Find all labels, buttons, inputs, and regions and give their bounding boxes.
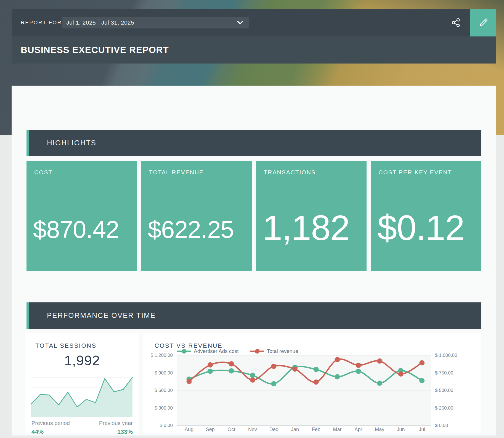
- metric-value: $0.12: [377, 212, 464, 244]
- x-axis-month-label: Feb: [306, 427, 326, 432]
- cost-vs-revenue-panel: COST VS REVENUE Advertiser Ads cost Tota…: [143, 333, 481, 434]
- sessions-sparkline-chart: [25, 377, 139, 417]
- metric-label: TOTAL REVENUE: [149, 169, 204, 176]
- highlight-card-cost: COST $870.42: [26, 161, 137, 271]
- metric-value: $622.25: [148, 218, 234, 240]
- performance-section-title: PERFORMANCE OVER TIME: [47, 311, 156, 320]
- cost-vs-revenue-chart: [143, 333, 481, 434]
- left-axis-tick: $ 300.00: [143, 405, 173, 411]
- x-axis-month-label: May: [370, 427, 389, 432]
- highlight-card-transactions: TRANSACTIONS 1,182: [256, 161, 367, 271]
- left-axis-tick: $ 600.00: [143, 387, 173, 394]
- x-axis-month-label: Jan: [285, 427, 305, 432]
- right-axis-tick: $ 1,000.00: [435, 352, 476, 359]
- x-axis-month-label: Jun: [391, 427, 410, 432]
- metric-label: TRANSACTIONS: [264, 169, 316, 176]
- previous-year-value: 133%: [117, 428, 133, 436]
- highlight-card-total-revenue: TOTAL REVENUE $622.25: [141, 161, 252, 271]
- report-page: REPORT FOR Jul 1, 2025 - Jul 31, 2025: [0, 0, 504, 438]
- highlights-section-header: HIGHLIGHTS: [26, 130, 481, 156]
- left-axis-tick: $ 1,200.00: [143, 352, 173, 359]
- x-axis-month-label: Apr: [349, 427, 368, 432]
- x-axis-month-label: Aug: [179, 427, 199, 432]
- performance-section-header: PERFORMANCE OVER TIME: [26, 302, 481, 329]
- pencil-icon: [478, 17, 489, 28]
- share-button[interactable]: [447, 9, 465, 36]
- total-sessions-title: TOTAL SESSIONS: [35, 342, 97, 349]
- highlights-section-title: HIGHLIGHTS: [47, 139, 96, 147]
- highlight-card-cost-per-key-event: COST PER KEY EVENT $0.12: [371, 161, 481, 271]
- metric-label: COST PER KEY EVENT: [378, 169, 452, 176]
- page-title: BUSINESS EXECUTIVE REPORT: [21, 45, 169, 55]
- date-range-dropdown[interactable]: Jul 1, 2025 - Jul 31, 2025: [62, 17, 249, 28]
- share-icon: [451, 18, 461, 28]
- right-axis-tick: $ 0.00: [435, 422, 476, 429]
- highlight-cards: COST $870.42 TOTAL REVENUE $622.25 TRANS…: [26, 161, 481, 271]
- total-sessions-value: 1,992: [25, 353, 139, 369]
- previous-period-label: Previous period: [31, 420, 70, 426]
- x-axis-month-label: Dec: [264, 427, 283, 432]
- x-axis-month-label: Mar: [328, 427, 347, 432]
- metric-value: 1,182: [263, 212, 350, 244]
- right-axis-tick: $ 500.00: [435, 387, 476, 394]
- top-bar: REPORT FOR Jul 1, 2025 - Jul 31, 2025: [12, 9, 496, 36]
- previous-period-value: 44%: [31, 428, 44, 436]
- metric-value: $870.42: [33, 218, 119, 240]
- x-axis-month-label: Nov: [243, 427, 262, 432]
- chevron-down-icon: [237, 21, 243, 25]
- edit-report-button[interactable]: [470, 9, 496, 36]
- metric-label: COST: [34, 169, 52, 176]
- title-bar: BUSINESS EXECUTIVE REPORT: [12, 36, 496, 64]
- x-axis-month-label: Oct: [222, 427, 241, 432]
- left-axis-tick: $ 900.00: [143, 370, 173, 376]
- total-sessions-panel: TOTAL SESSIONS 1,992 Previous period 44%…: [25, 333, 139, 434]
- date-range-value: Jul 1, 2025 - Jul 31, 2025: [66, 19, 134, 26]
- left-axis-tick: $ 0.00: [143, 422, 173, 429]
- right-axis-tick: $ 750.00: [435, 370, 476, 376]
- x-axis-month-label: Jul: [412, 427, 432, 432]
- previous-year-label: Previous year: [99, 420, 133, 426]
- x-axis-month-label: Sep: [201, 427, 220, 432]
- report-for-label: REPORT FOR: [21, 9, 62, 36]
- right-axis-tick: $ 250.00: [435, 405, 476, 411]
- report-body-card: HIGHLIGHTS COST $870.42 TOTAL REVENUE $6…: [12, 86, 496, 436]
